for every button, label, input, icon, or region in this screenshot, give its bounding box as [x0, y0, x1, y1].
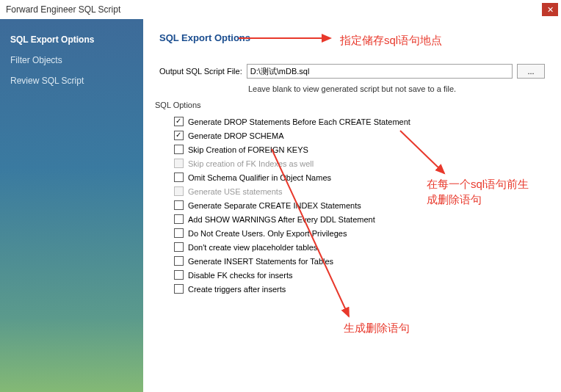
option-row: Skip creation of FK Indexes as well: [174, 159, 545, 168]
option-row: Omit Schema Qualifier in Object Names: [174, 173, 545, 182]
checkbox-label: Skip Creation of FOREIGN KEYS: [188, 145, 308, 154]
sidebar-item-sql-export-options[interactable]: SQL Export Options: [0, 29, 143, 50]
annotation-3: 生成删除语句: [344, 320, 410, 335]
close-icon: ✕: [547, 5, 554, 15]
sidebar-item-label: Filter Objects: [10, 55, 62, 65]
checkbox[interactable]: [174, 270, 184, 280]
checkbox-label: Skip creation of FK Indexes as well: [188, 159, 314, 168]
checkbox[interactable]: [174, 214, 184, 224]
output-file-row: Output SQL Script File: ...: [159, 64, 545, 79]
checkbox[interactable]: [174, 242, 184, 252]
checkbox-label: Generate INSERT Statements for Tables: [188, 257, 333, 266]
option-row: Skip Creation of FOREIGN KEYS: [174, 145, 545, 154]
checkbox[interactable]: [174, 256, 184, 266]
checkbox: [174, 186, 184, 196]
browse-button-label: ...: [527, 67, 534, 76]
checkbox[interactable]: [174, 173, 184, 182]
option-row: Disable FK checks for inserts: [174, 270, 545, 280]
section-title: SQL Export Options: [159, 32, 545, 43]
main-panel: SQL Export Options Output SQL Script Fil…: [143, 19, 561, 392]
checkbox-list: Generate DROP Statements Before Each CRE…: [159, 117, 545, 294]
sql-options-fieldset: SQL Options Generate DROP Statements Bef…: [159, 104, 545, 294]
option-row: Generate DROP Statements Before Each CRE…: [174, 117, 545, 126]
browse-button[interactable]: ...: [517, 64, 545, 79]
checkbox-label: Generate Separate CREATE INDEX Statement…: [188, 201, 361, 210]
option-row: Don't create view placeholder tables.: [174, 242, 545, 252]
checkbox: [174, 159, 184, 168]
checkbox-label: Generate DROP SCHEMA: [188, 131, 284, 140]
sidebar-item-filter-objects[interactable]: Filter Objects: [0, 50, 143, 70]
sidebar-item-label: Review SQL Script: [10, 76, 84, 86]
sidebar-item-label: SQL Export Options: [10, 35, 94, 45]
hint-text: Leave blank to view generated script but…: [159, 84, 545, 93]
titlebar: Forward Engineer SQL Script ✕: [0, 0, 561, 19]
content-area: SQL Export Options Filter Objects Review…: [0, 19, 561, 392]
checkbox[interactable]: [174, 145, 184, 154]
sidebar: SQL Export Options Filter Objects Review…: [0, 19, 143, 392]
output-file-input[interactable]: [247, 64, 513, 79]
option-row: Generate DROP SCHEMA: [174, 131, 545, 140]
sidebar-item-review-sql-script[interactable]: Review SQL Script: [0, 70, 143, 91]
option-row: Generate USE statements: [174, 186, 545, 196]
checkbox-label: Disable FK checks for inserts: [188, 271, 292, 280]
checkbox[interactable]: [174, 228, 184, 238]
option-row: Add SHOW WARNINGS After Every DDL Statem…: [174, 214, 545, 224]
checkbox-label: Generate USE statements: [188, 187, 282, 196]
close-button[interactable]: ✕: [542, 3, 558, 16]
option-row: Create triggers after inserts: [174, 284, 545, 294]
checkbox[interactable]: [174, 131, 184, 140]
checkbox-label: Add SHOW WARNINGS After Every DDL Statem…: [188, 215, 375, 224]
window-title: Forward Engineer SQL Script: [3, 4, 120, 15]
checkbox[interactable]: [174, 200, 184, 210]
option-row: Generate Separate CREATE INDEX Statement…: [174, 200, 545, 210]
option-row: Do Not Create Users. Only Export Privile…: [174, 228, 545, 238]
checkbox-label: Create triggers after inserts: [188, 285, 286, 294]
output-file-label: Output SQL Script File:: [159, 67, 242, 76]
checkbox-label: Don't create view placeholder tables.: [188, 243, 319, 252]
checkbox[interactable]: [174, 117, 184, 126]
checkbox-label: Do Not Create Users. Only Export Privile…: [188, 229, 347, 238]
checkbox-label: Omit Schema Qualifier in Object Names: [188, 173, 331, 182]
fieldset-legend: SQL Options: [155, 101, 201, 109]
checkbox-label: Generate DROP Statements Before Each CRE…: [188, 117, 410, 126]
checkbox[interactable]: [174, 284, 184, 294]
option-row: Generate INSERT Statements for Tables: [174, 256, 545, 266]
